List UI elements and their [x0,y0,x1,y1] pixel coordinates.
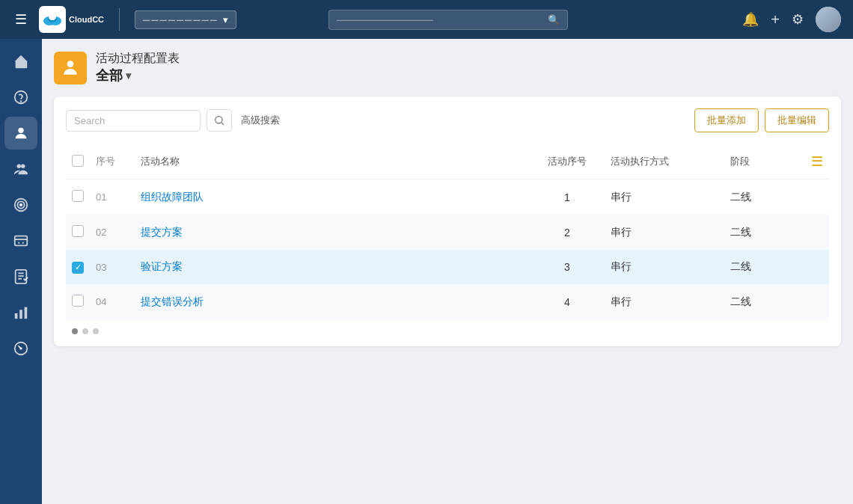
svg-rect-14 [15,313,18,319]
sidebar-item-dashboard[interactable] [4,332,37,365]
hamburger-icon[interactable]: ☰ [12,8,30,31]
avatar-image [816,7,841,32]
main-layout: 活动过程配置表 全部 ▾ 高级搜索 批量添加 [0,39,853,504]
cell-name[interactable]: 提交错误分析 [135,284,530,319]
cell-seq-num: 1 [530,179,605,215]
svg-point-20 [215,117,222,123]
cell-exec-mode: 串行 [605,179,724,215]
row-checkbox[interactable] [72,190,84,202]
svg-point-7 [17,165,22,169]
user-avatar[interactable] [816,7,841,32]
svg-point-18 [20,348,22,349]
page-icon [54,52,87,84]
cell-menu [799,179,829,215]
content-card: 高级搜索 批量添加 批量编辑 序号 活动名称 [54,96,841,346]
th-name: 活动名称 [135,144,530,179]
cell-name[interactable]: 提交方案 [135,215,530,250]
toolbar: 高级搜索 批量添加 批量编辑 [66,108,829,132]
cell-checkbox [66,284,90,319]
page-header-info: 活动过程配置表 全部 ▾ [96,51,180,84]
notification-bell-icon[interactable]: 🔔 [742,11,759,28]
cell-name[interactable]: 组织故障团队 [135,179,530,215]
svg-point-19 [67,61,74,67]
header-checkbox[interactable] [72,155,84,167]
logo-icon [39,6,66,33]
sidebar [0,39,42,504]
sidebar-item-contacts[interactable] [4,117,37,150]
cell-menu [799,284,829,319]
svg-point-5 [21,101,22,102]
cell-seq-num: 2 [530,215,605,250]
data-table-wrapper: 序号 活动名称 活动序号 活动执行方式 阶段 ☰ 0 [66,144,829,319]
cell-seq: 01 [90,179,135,215]
cell-seq: 02 [90,215,135,250]
svg-rect-16 [25,307,28,319]
pagination-dot-1[interactable] [72,328,78,334]
row-checkbox[interactable] [72,295,84,307]
th-exec-mode: 活动执行方式 [605,144,724,179]
table-row: 04 提交错误分析 4 串行 二线 [66,284,829,319]
cell-exec-mode: 串行 [605,215,724,250]
nav-divider [119,8,120,31]
cell-menu [799,250,829,284]
nav-actions: 🔔 + ⚙ [742,7,841,32]
column-menu-icon[interactable]: ☰ [811,154,823,169]
page-title: 活动过程配置表 [96,51,180,67]
global-search[interactable]: 🔍 [328,10,568,30]
th-menu: ☰ [799,144,829,179]
cell-checkbox [66,179,90,215]
svg-point-11 [20,204,22,206]
svg-rect-12 [15,236,28,246]
svg-rect-15 [19,310,22,319]
pagination-dot-2[interactable] [82,328,88,334]
th-seq: 序号 [90,144,135,179]
batch-add-button[interactable]: 批量添加 [694,108,759,132]
search-input[interactable] [66,110,201,132]
global-search-input[interactable] [337,14,542,25]
cell-seq-num: 4 [530,284,605,319]
search-icon [213,114,225,126]
table-row: 02 提交方案 2 串行 二线 [66,215,829,250]
cell-exec-mode: 串行 [605,250,724,284]
sidebar-item-home[interactable] [4,45,37,78]
pagination-dot-3[interactable] [93,328,99,334]
row-checkbox[interactable] [72,225,84,237]
settings-gear-icon[interactable]: ⚙ [792,11,804,28]
logo-text: CloudCC [69,15,104,24]
table-row: 01 组织故障团队 1 串行 二线 [66,179,829,215]
logo: CloudCC [39,6,104,33]
cell-stage: 二线 [724,284,799,319]
th-stage: 阶段 [724,144,799,179]
module-dropdown[interactable]: ───────── ▾ [135,10,236,29]
toolbar-right-actions: 批量添加 批量编辑 [694,108,829,132]
row-checkbox[interactable]: ✓ [72,262,84,274]
cell-checkbox [66,215,90,250]
batch-edit-button[interactable]: 批量编辑 [765,108,829,132]
cell-checkbox: ✓ [66,250,90,284]
search-button[interactable] [207,109,232,132]
subtitle-dropdown-arrow-icon[interactable]: ▾ [126,70,131,82]
sidebar-item-target[interactable] [4,188,37,221]
sidebar-item-reports[interactable] [4,260,37,293]
cell-seq: 03 [90,250,135,284]
table-header-row: 序号 活动名称 活动序号 活动执行方式 阶段 ☰ [66,144,829,179]
cell-stage: 二线 [724,215,799,250]
page-subtitle-text: 全部 [96,67,123,84]
sidebar-item-help[interactable] [4,81,37,114]
svg-point-3 [49,14,56,20]
sidebar-item-finance[interactable] [4,224,37,257]
table-row: ✓ 03 验证方案 3 串行 二线 [66,250,829,284]
svg-point-8 [21,165,25,169]
cell-stage: 二线 [724,250,799,284]
cell-name[interactable]: 验证方案 [135,250,530,284]
sidebar-item-team[interactable] [4,153,37,185]
main-content: 活动过程配置表 全部 ▾ 高级搜索 批量添加 [42,39,853,504]
dropdown-arrow-icon: ▾ [223,14,228,25]
advanced-search-button[interactable]: 高级搜索 [238,109,283,132]
sidebar-item-chart[interactable] [4,296,37,329]
module-label: ───────── [143,14,218,25]
pagination [66,319,829,334]
data-table: 序号 活动名称 活动序号 活动执行方式 阶段 ☰ 0 [66,144,829,319]
page-header: 活动过程配置表 全部 ▾ [54,51,841,84]
add-icon[interactable]: + [771,11,780,28]
